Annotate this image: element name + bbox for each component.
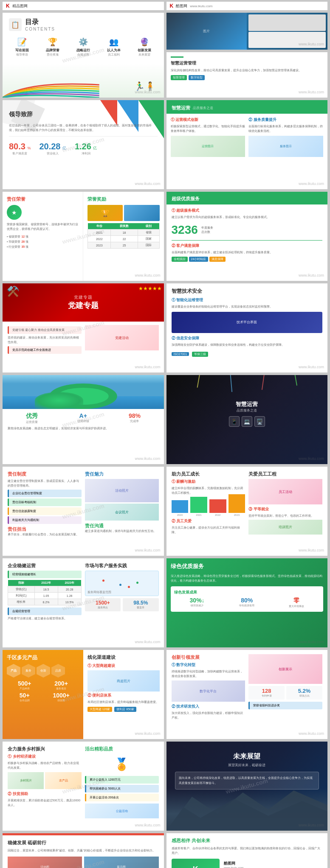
resp-mech-right: 责任魅力 活动照片 会议照片 责任沟通 建立多渠道沟通机制，保持与利益相关方的良… <box>85 471 159 537</box>
right-badges: 智慧管理 数字转型 <box>171 75 324 80</box>
innovation-left: 创新引领发展 ① 数字化转型 持续推进数字化转型战略，加快构建数字化运营体系，推… <box>172 654 245 720</box>
resp-mech-layout: 责任制度 建立健全责任管理制度体系，形成层层落实、人人参与的责任管理格局。 企业… <box>8 471 159 537</box>
row-10: www.ikutu.com 稳健发展 砥砺前行 回顾过去，展望未来，公司将继续秉… <box>3 833 327 868</box>
svg-point-3 <box>58 388 109 405</box>
map-label: 服务网络覆盖范围 <box>87 590 111 594</box>
resp-mech-content: 责任制度 建立健全责任管理制度体系，形成层层落实、人人参与的责任管理格局。 企业… <box>3 467 164 541</box>
contents-header: 📋 目录 CONTENTS <box>3 13 164 34</box>
landscape-svg <box>3 375 164 409</box>
employee-right: 关爱员工工程 员工活动 ③ 平等就业 坚持平等就业原则，营造公平、包容的工作环境… <box>248 471 322 535</box>
contents-item-5: 🔮 创新发展 未来展望 <box>131 37 158 57</box>
smart-display-bg: 智慧运营 品质服务之道 📱 💻 🖥️ <box>166 375 328 464</box>
page-responsibility: www.ikutu.com 责任荣誉 ★ 荣获多项国家级、省级荣誉称号，连续多年… <box>3 192 164 281</box>
landscape-image <box>3 375 164 409</box>
resp-photo-grid: 🏆 <box>87 205 159 221</box>
comm-box-3: 开展公益活动 200余次 <box>85 794 159 801</box>
contents-item-4: 👥 以人为本 员工福利 <box>101 37 127 57</box>
stat-revenue: 20.28 亿 营业收入 <box>39 142 66 156</box>
community-left: 全力服务乡村振兴 ① 乡村经济建设 积极参与乡村振兴战略，推动农产品销售，助力农… <box>8 746 82 818</box>
landscape-stats: 优秀 运营质量 A+ 信用评级 98% 完成率 <box>8 412 159 424</box>
page-leadership: www.ikutu.com 领导致辞 在过去的一年里，公司全体员工团结一致，奋勇… <box>3 100 164 189</box>
green-white-box: 绿色发展成果 30%↓ 碳排放减少 80% 绿色能源使用 零 <box>171 586 324 612</box>
tech-badges: ISO27001 等保三级 <box>172 349 323 357</box>
logo-right-text: 酷图网 <box>176 3 187 9</box>
innovation-content: 创新引领发展 ① 数字化转型 持续推进数字化转型战略，加快构建数字化运营体系，推… <box>166 650 328 724</box>
party-emblem: ⚒️ <box>7 286 20 297</box>
contents-item-1: 📝 写在前面 领导寄语 <box>9 37 35 57</box>
innovation-stats: 128 专利申请 5.2% 研发占比 <box>248 686 322 700</box>
bar-1: 2020 <box>172 500 189 516</box>
products-layout: 千区多元产品 产品 服务 创新 品质 <box>3 650 164 739</box>
quality-header: 超级优质服务 <box>166 192 328 204</box>
leadership-title: 领导致辞 <box>3 100 164 121</box>
hex-product-grid: 产品 服务 创新 品质 <box>7 664 79 678</box>
bar-2: 2021 <box>190 497 207 516</box>
resp-right-title: 荣誉奖励 <box>87 196 159 202</box>
logo-left-icon: K <box>6 3 10 9</box>
products-left: 千区多元产品 产品 服务 创新 品质 <box>3 650 83 739</box>
tech-body: 智慧技术安全 ① 智能化运维管理 建设覆盖全业务链条的智能化运维管理平台，实现设… <box>166 283 328 361</box>
stat-satisfaction: 80.3 % 客户满意度 <box>9 142 31 156</box>
party-two-col: 党建引领 凝心聚力 推动企业高质量发展 坚持党的建设，推动业务发展，充分发挥党员… <box>8 325 159 355</box>
page-innovation: 创新引领发展 ① 数字化转型 持续推进数字化转型战略，加快构建数字化运营体系，推… <box>166 650 328 739</box>
comm-box-1: 累计公益投入 1200万元 <box>85 776 159 784</box>
operation-content: 企业稳健运营 经营绩效稳健增长 指标2022年2023年 营收(亿)18.520… <box>3 558 164 625</box>
resp-mech-left: 责任制度 建立健全责任管理制度体系，形成层层落实、人人参与的责任管理格局。 企业… <box>8 471 82 537</box>
land-stat-3: 98% 完成率 <box>110 412 158 424</box>
resp-logo: ★ <box>7 205 22 220</box>
mech-box-4: 利益相关方沟通机制 <box>8 516 82 524</box>
op-box-1: 经营绩效稳健增长 <box>8 571 82 578</box>
main-container: www.ikutu.com 📋 目录 CONTENTS 📝 写在前面 领导寄语 … <box>0 10 330 868</box>
row-3: www.ikutu.com 责任荣誉 ★ 荣获多项国家级、省级荣誉称号，连续多年… <box>3 192 327 281</box>
top-header-bar: K 精品图网 K 酷图网 www.ikutu.com <box>0 0 330 10</box>
page-operation: www.ikutu.com 企业稳健运营 经营绩效稳健增长 指标2022年202… <box>3 558 164 647</box>
employee-sub-title: ③ 平等就业 坚持平等就业原则，营造公平、包容的工作环境。 <box>248 507 322 518</box>
contents-items: 📝 写在前面 领导寄语 🏆 品牌荣誉 责任奖项 ⚙️ 战略运行 合规运营 👥 以… <box>3 34 164 60</box>
contents-icon: 📋 <box>9 18 22 31</box>
page-smart-display: 智慧运营 品质服务之道 📱 💻 🖥️ <box>166 375 328 464</box>
resp-table: 年份获奖数级别 202118省级 202222国家 202325国际 <box>87 223 159 249</box>
resp-charm-img: 活动照片 <box>85 479 159 502</box>
row-8: www.ikutu.com 千区多元产品 产品 服务 创新 <box>3 650 327 739</box>
row-5: www.ikutu.com <box>3 375 327 464</box>
page-green-service: www.ikutu.com 绿色优质服务 深入推进绿色发展战略，将绿色理念贯穿服… <box>166 558 328 647</box>
party-bg-top: 党建专题 党建专题 ⚒️ ★★★★★ <box>3 283 164 322</box>
community-content: 全力服务乡村振兴 ① 乡村经济建设 积极参与乡村振兴战略，推动农产品销售，助力农… <box>3 742 164 823</box>
party-left: 党建引领 凝心聚力 推动企业高质量发展 坚持党的建设，推动业务发展，充分发挥党员… <box>8 325 82 355</box>
quality-divider <box>172 240 323 241</box>
resp-text: 荣获多项国家级、省级荣誉称号，连续多年被评为行业优秀企业，获得客户的高度认可。 <box>7 222 79 231</box>
leadership-body: 在过去的一年里，公司全体员工团结一致，奋勇拼搏，在各个领域取得了骄人的成绩。面对… <box>3 121 164 134</box>
community-layout: 全力服务乡村振兴 ① 乡村经济建设 积极参与乡村振兴战略，推动农产品销售，助力农… <box>8 746 159 818</box>
operation-right: 市场与客户服务实践 服务网络覆盖范围 1500+ <box>85 563 159 621</box>
page-contents: www.ikutu.com 📋 目录 CONTENTS 📝 写在前面 领导寄语 … <box>3 13 164 98</box>
smart-op-image-2: 服务图示 <box>248 136 323 157</box>
op-table-wrap: 指标2022年2023年 营收(亿)18.520.28 利润(亿)1.051.2… <box>8 580 82 605</box>
figure-runners: 🏃‍♂️🧍 <box>134 81 155 91</box>
resp-charm-img2: 会议照片 <box>85 504 159 521</box>
right-section-title: 智慧运营管理 <box>171 60 324 66</box>
future-content: 未来展望 展望美好未来，砥砺奋进 面向未来，公司将持续深化改革，锐意进取，以高质… <box>166 742 328 794</box>
land-stat-2: A+ 信用评级 <box>59 412 107 424</box>
innovation-layout: 创新引领发展 ① 数字化转型 持续推进数字化转型战略，加快构建数字化运营体系，推… <box>172 654 323 720</box>
row-9: www.ikutu.com 全力服务乡村振兴 ① 乡村经济建设 积极参与乡村振兴… <box>3 742 327 831</box>
row-2: www.ikutu.com 领导致辞 在过去的一年里，公司全体员工团结一致，奋勇… <box>3 100 327 189</box>
page-future: www.ikutu.com 未来展望 展望美好未来，砥砺奋进 面向 <box>166 742 328 831</box>
smart-op-header: 智慧运营 品质服务之道 <box>166 102 328 114</box>
page-quality-service: 超级优质服务 ① 超级服务模式 建立以客户需求为导向的超级服务体系，形成标准化、… <box>166 192 328 281</box>
display-content: 智慧运营 品质服务之道 📱 💻 🖥️ <box>171 379 324 427</box>
page-summary-right: 感恩相伴 共创未来 感谢所有客户、合作伙伴和社会各界的支持与厚爱。我们将以更加饱… <box>166 833 328 868</box>
page-smart-op: 智慧运营 品质服务之道 ① 运营模式创新 积极探索新型运营模式，通过数字化、智能… <box>166 100 328 189</box>
community-photos: 乡村照片 农产品 <box>8 772 82 789</box>
op-table: 指标2022年2023年 营收(亿)18.520.28 利润(亿)1.051.2… <box>8 580 82 605</box>
logo-right-url: www.ikutu.com <box>190 4 212 8</box>
contents-title-zh: 目录 <box>25 18 55 27</box>
products-channel-stats: 大型商超 120家 便利店 850家 <box>87 707 160 712</box>
stat-profit: 1.26 亿 净利润 <box>75 142 97 156</box>
green-service-content: 绿色优质服务 深入推进绿色发展战略，将绿色理念贯穿服务全过程，积极探索绿色服务新… <box>171 563 324 612</box>
quality-badges: 全程跟踪 24小时响应 满意保障 <box>172 257 323 262</box>
comm-box-2: 帮扶困难群众 5000人次 <box>85 785 159 792</box>
tech-image: 技术平台界面 <box>172 312 323 333</box>
comm-img: 公益活动 <box>85 804 159 818</box>
contents-item-3: ⚙️ 战略运行 合规运营 <box>70 37 96 57</box>
green-service-bg: www.ikutu.com 绿色优质服务 深入推进绿色发展战略，将绿色理念贯穿服… <box>166 558 328 647</box>
